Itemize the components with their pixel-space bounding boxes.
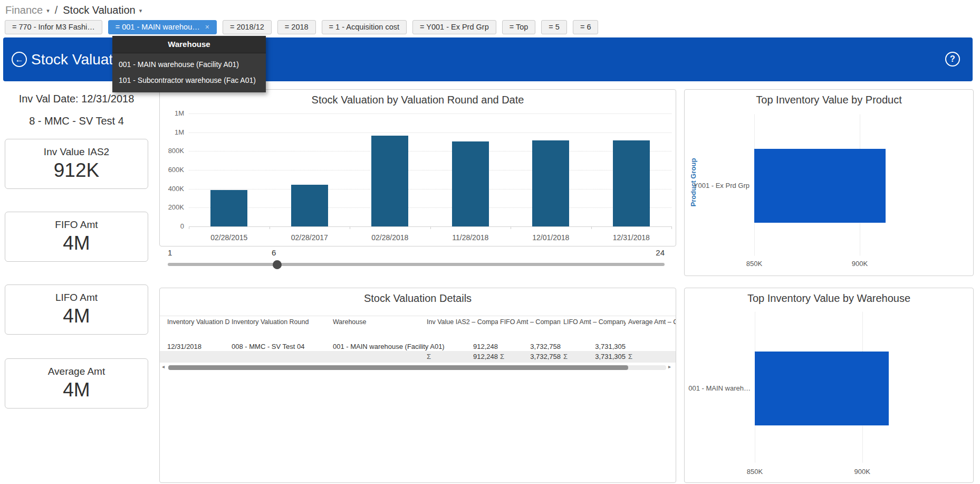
sigma-icon: Σ [427, 353, 431, 360]
filter-chip-label: = 2018/12 [230, 23, 264, 31]
bar[interactable] [291, 185, 328, 226]
column-header: Inventory Valuation Date [167, 318, 229, 326]
x-axis-tick-label: 900K [841, 468, 883, 476]
filter-chip-cost-method[interactable]: = 1 - Acquisition cost [322, 20, 407, 34]
top-inventory-by-warehouse-chart: 850K900K001 - MAIN wareh… [685, 288, 973, 482]
filter-chip-label: = Y001 - Ex Prd Grp [420, 23, 489, 31]
table-cell[interactable]: 12/31/2018 [167, 343, 229, 350]
dropdown-option-subcontractor-warehouse[interactable]: 101 - Subcontractor warehouse (Fac A01) [112, 72, 266, 88]
gridline [189, 151, 671, 151]
y-axis-tick-label: 1M [160, 128, 184, 136]
table-cell[interactable]: 3,731,305 [563, 343, 626, 350]
kpi-card-lifo-amt[interactable]: LIFO Amt 4M [5, 284, 148, 335]
filter-chip-months[interactable]: = 6 [573, 20, 599, 34]
slider-handle[interactable] [273, 260, 282, 269]
table-cell[interactable]: 001 - MAIN warehouse (Facility A01) [333, 343, 425, 350]
kpi-label: Inv Value IAS2 [5, 146, 148, 158]
filter-chip-warehouse[interactable]: = 001 - MAIN warehou…× [108, 20, 217, 34]
axis-tick-mark [430, 226, 431, 229]
totals-row: Σ912,248Σ3,732,758Σ3,731,305Σ [160, 351, 676, 363]
filter-chip-label: = 6 [580, 23, 591, 31]
dropdown-option-main-warehouse[interactable]: 001 - MAIN warehouse (Facility A01) [112, 56, 266, 72]
scroll-left-icon[interactable]: ◂ [162, 364, 165, 369]
x-axis-tick-label: 02/28/2018 [350, 233, 429, 242]
bar[interactable] [532, 140, 569, 226]
x-axis-tick-label: 900K [839, 260, 881, 268]
axis-tick-mark [671, 226, 672, 229]
kpi-label: LIFO Amt [5, 292, 148, 303]
slider-track[interactable] [168, 263, 665, 266]
back-icon[interactable]: ← [12, 52, 27, 67]
x-axis-tick-label: 850K [733, 260, 775, 268]
total-value: 3,731,305 [595, 353, 626, 360]
help-icon[interactable]: ? [945, 52, 960, 67]
table-cell[interactable]: 008 - MMC - SV Test 04 [232, 343, 331, 350]
slider-min-label: 1 [168, 248, 172, 257]
gridline [189, 189, 671, 189]
sigma-icon: Σ [500, 353, 504, 360]
gridline [189, 170, 671, 170]
stock-valuation-details-panel: Stock Valuation Details Inventory Valuat… [159, 288, 676, 483]
bar[interactable] [754, 149, 886, 223]
axis-tick-mark [591, 226, 592, 229]
table-cell[interactable]: 912,248 [427, 343, 498, 350]
filter-chip-top[interactable]: = Top [502, 20, 536, 34]
breadcrumb-separator: / [55, 4, 58, 16]
horizontal-scrollbar-thumb[interactable] [168, 365, 628, 370]
slider-max-label: 24 [649, 248, 665, 257]
y-axis-tick-label: 400K [160, 185, 184, 193]
breadcrumb-page[interactable]: Stock Valuation [63, 4, 136, 16]
caret-down-icon[interactable]: ▾ [46, 7, 50, 14]
category-label: Y001 - Ex Prd Grp [685, 182, 750, 189]
gridline [189, 113, 671, 114]
bar[interactable] [210, 190, 247, 226]
slider-current-label: 6 [272, 248, 276, 257]
x-axis-tick-label: 12/01/2018 [511, 233, 590, 242]
dropdown-header: Warehouse [112, 36, 266, 53]
filter-chip-year[interactable]: = 2018 [277, 20, 316, 34]
caret-down-icon[interactable]: ▾ [139, 7, 142, 14]
kpi-card-inv-value-ias2[interactable]: Inv Value IAS2 912K [5, 139, 148, 189]
x-axis-tick-label: 02/28/2015 [189, 233, 268, 242]
table-cell[interactable]: 3,732,758 [500, 343, 561, 350]
filter-chip-company[interactable]: = 770 - Infor M3 Fashi… [5, 20, 102, 34]
kpi-value: 4M [5, 305, 148, 327]
breadcrumb-section[interactable]: Finance [5, 4, 43, 16]
filter-chip-label: = 5 [549, 23, 560, 31]
bar[interactable] [371, 136, 408, 226]
column-header: Warehouse [333, 318, 425, 326]
bar[interactable] [452, 141, 489, 226]
sigma-icon: Σ [628, 353, 632, 360]
inventory-valuation-date-label: Inv Val Date: 12/31/2018 [0, 93, 153, 105]
axis-tick-mark [189, 226, 189, 229]
filter-chip-top-n[interactable]: = 5 [541, 20, 567, 34]
kpi-card-average-amt[interactable]: Average Amt 4M [5, 358, 148, 409]
sigma-icon: Σ [563, 353, 568, 360]
total-value: 912,248 [473, 353, 498, 360]
filter-chip-period[interactable]: = 2018/12 [223, 20, 272, 34]
y-axis-tick-label: 200K [160, 203, 184, 211]
kpi-label: Average Amt [5, 366, 148, 377]
x-axis-tick-label: 12/31/2018 [592, 233, 671, 242]
breadcrumb: Finance ▾ / Stock Valuation ▾ [5, 3, 145, 17]
totals-cell: Σ3,731,305 [563, 353, 626, 360]
stock-valuation-dashboard: Finance ▾ / Stock Valuation ▾ = 770 - In… [0, 0, 980, 484]
bar[interactable] [755, 352, 889, 425]
top-inventory-by-product-chart: 850K900KY001 - Ex Prd Grp [685, 90, 973, 276]
filter-chip-label: = 770 - Infor M3 Fashi… [12, 23, 95, 31]
filter-chip-label: = 1 - Acquisition cost [329, 23, 399, 31]
kpi-label: FIFO Amt [5, 219, 148, 231]
x-axis-tick-label: 02/28/2017 [270, 233, 349, 242]
scroll-right-icon[interactable]: ▸ [668, 364, 671, 369]
close-icon[interactable]: × [205, 23, 209, 31]
stock-valuation-bar-chart: 0200K400K600K800K1M1M02/28/201502/28/201… [160, 90, 676, 246]
gridline [189, 207, 671, 208]
x-axis-tick-label: 11/28/2018 [431, 233, 510, 242]
bar[interactable] [613, 140, 650, 226]
filter-chip-product-group[interactable]: = Y001 - Ex Prd Grp [412, 20, 496, 34]
filter-chip-label: = 001 - MAIN warehou… [116, 23, 200, 31]
column-header: Inventory Valuation Round [232, 318, 331, 326]
kpi-card-fifo-amt[interactable]: FIFO Amt 4M [5, 212, 148, 262]
stock-valuation-chart-panel: Stock Valuation by Valuation Round and D… [159, 89, 676, 246]
axis-tick-mark [511, 226, 511, 229]
